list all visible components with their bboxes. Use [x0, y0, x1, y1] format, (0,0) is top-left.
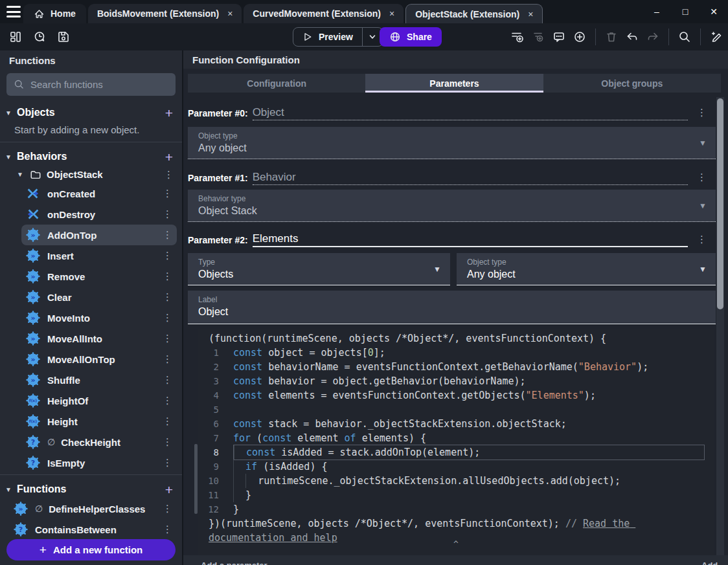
- parameter-menu-icon[interactable]: ⋮: [697, 234, 706, 245]
- item-menu-icon[interactable]: ⋮: [163, 312, 172, 324]
- function-item-AddOnTop[interactable]: »AddOnTop⋮: [21, 225, 177, 245]
- maximize-button[interactable]: □: [671, 6, 700, 17]
- item-menu-icon[interactable]: ⋮: [163, 188, 172, 199]
- code-line-10[interactable]: 10 runtimeScene._objectStackExtension.al…: [198, 474, 714, 488]
- preview-button[interactable]: Preview: [293, 28, 362, 46]
- parameter-0-name-input[interactable]: Object: [253, 106, 688, 120]
- item-menu-icon[interactable]: ⋮: [163, 524, 172, 535]
- search-functions-box[interactable]: [6, 73, 176, 96]
- panel-scrollbar-thumb[interactable]: [717, 98, 723, 309]
- code-editor[interactable]: (function(runtimeScene, objects /*Object…: [198, 329, 714, 555]
- tab-boidsmovement[interactable]: BoidsMovement (Extension) ×: [88, 4, 242, 23]
- function-item-DefineHelperClasses[interactable]: »∅DefineHelperClasses⋮: [9, 498, 177, 519]
- chevron-down-icon[interactable]: ▼: [5, 109, 16, 116]
- add-behavior-icon[interactable]: +: [165, 150, 173, 164]
- code-line-3[interactable]: 3const behavior = object.getBehavior(beh…: [198, 374, 714, 388]
- function-item-MoveInto[interactable]: »MoveInto⋮: [21, 307, 177, 328]
- function-item-Clear[interactable]: »Clear⋮: [21, 287, 177, 307]
- code-line-9[interactable]: 9 if (isAdded) {: [198, 460, 714, 474]
- function-item-CheckHeight[interactable]: ?∅CheckHeight⋮: [21, 432, 177, 452]
- item-menu-icon[interactable]: ⋮: [163, 415, 172, 427]
- parameter-2-label-input[interactable]: Label Object: [188, 291, 716, 324]
- behavior-group-objectstack[interactable]: ▼ ObjectStack ⋮: [0, 166, 182, 183]
- tab-parameters[interactable]: Parameters: [365, 74, 543, 93]
- function-item-Shuffle[interactable]: »Shuffle⋮: [21, 370, 177, 390]
- function-item-Remove[interactable]: »Remove⋮: [21, 266, 177, 287]
- add-comment-icon[interactable]: [550, 28, 568, 46]
- parameter-menu-icon[interactable]: ⋮: [697, 172, 706, 183]
- code-line-4[interactable]: 4const elements = eventsFunctionContext.…: [198, 388, 714, 403]
- project-manager-icon[interactable]: [6, 28, 25, 46]
- code-line-11[interactable]: 11 }: [198, 488, 714, 502]
- close-tab-icon[interactable]: ×: [387, 8, 394, 19]
- item-menu-icon[interactable]: ⋮: [163, 395, 172, 406]
- item-menu-icon[interactable]: ⋮: [163, 353, 172, 365]
- add-subevent-icon[interactable]: [529, 28, 547, 46]
- partial-add-parameter-text[interactable]: Add a parameter: [201, 560, 267, 565]
- code-line-1[interactable]: 1const object = objects[0];: [198, 346, 714, 360]
- code-line-7[interactable]: 7for (const element of elements) {: [198, 431, 714, 445]
- parameter-2-object-type-select[interactable]: Object type Any object ▼: [457, 253, 716, 285]
- parameter-1-behavior-type-select[interactable]: Behavior type Object Stack ▼: [188, 190, 716, 222]
- function-item-onCreated[interactable]: onCreated⋮: [21, 183, 177, 204]
- function-item-MoveAllInto[interactable]: »MoveAllInto⋮: [21, 328, 177, 349]
- add-function-icon[interactable]: +: [165, 483, 173, 496]
- close-tab-icon[interactable]: ×: [225, 8, 233, 19]
- item-menu-icon[interactable]: ⋮: [163, 229, 172, 241]
- item-menu-icon[interactable]: ⋮: [163, 436, 172, 448]
- code-line-2[interactable]: 2const behaviorName = eventsFunctionCont…: [198, 360, 714, 374]
- functions-section-header[interactable]: ▼ Functions +: [0, 480, 182, 498]
- tab-curvedmovement[interactable]: CurvedMovement (Extension) ×: [244, 4, 404, 23]
- main-menu-icon[interactable]: [6, 6, 21, 17]
- tab-configuration[interactable]: Configuration: [188, 74, 365, 93]
- function-item-HeightOf[interactable]: f(x)HeightOf⋮: [21, 390, 177, 411]
- partial-bottom-right-text[interactable]: Add: [701, 560, 718, 565]
- item-menu-icon[interactable]: ⋮: [163, 250, 172, 261]
- item-menu-icon[interactable]: ⋮: [163, 271, 172, 282]
- redo-icon[interactable]: [644, 28, 662, 46]
- code-line-12[interactable]: 12}: [198, 502, 714, 516]
- parameter-2-type-select[interactable]: Type Objects ▼: [188, 253, 450, 285]
- add-other-icon[interactable]: [571, 28, 589, 46]
- save-icon[interactable]: [54, 28, 73, 46]
- item-menu-icon[interactable]: ⋮: [163, 333, 172, 344]
- function-item-MoveAllOnTop[interactable]: »MoveAllOnTop⋮: [21, 349, 177, 370]
- chevron-down-icon[interactable]: ▼: [5, 153, 16, 161]
- delete-icon[interactable]: [602, 28, 620, 46]
- item-menu-icon[interactable]: ⋮: [164, 169, 173, 181]
- add-object-icon[interactable]: +: [165, 106, 173, 120]
- item-menu-icon[interactable]: ⋮: [163, 457, 172, 469]
- parameter-menu-icon[interactable]: ⋮: [697, 107, 706, 118]
- close-tab-icon[interactable]: ×: [525, 9, 533, 19]
- item-menu-icon[interactable]: ⋮: [163, 503, 172, 515]
- add-event-icon[interactable]: [508, 28, 527, 46]
- undo-icon[interactable]: [623, 28, 641, 46]
- close-button[interactable]: ✕: [700, 6, 728, 17]
- item-menu-icon[interactable]: ⋮: [163, 291, 172, 303]
- function-item-IsEmpty[interactable]: ?IsEmpty⋮: [21, 452, 177, 473]
- ai-pen-icon[interactable]: [707, 28, 725, 46]
- history-icon[interactable]: [30, 28, 49, 46]
- parameter-2-name-input[interactable]: Elements: [253, 232, 688, 247]
- code-line-8[interactable]: 8 const isAdded = stack.addOnTop(element…: [198, 445, 714, 460]
- editor-left-scroll-indicator[interactable]: [194, 444, 198, 514]
- minimize-button[interactable]: –: [643, 6, 671, 17]
- chevron-down-icon[interactable]: ▼: [5, 486, 16, 493]
- behaviors-section-header[interactable]: ▼ Behaviors +: [0, 148, 182, 166]
- code-line-6[interactable]: 6const stack = behavior._objectStackExte…: [198, 417, 714, 431]
- parameter-1-name-input[interactable]: Behavior: [253, 171, 688, 185]
- search-functions-input[interactable]: [30, 79, 168, 90]
- share-button[interactable]: Share: [380, 27, 442, 47]
- function-item-Insert[interactable]: »Insert⋮: [21, 245, 177, 266]
- function-item-onDestroy[interactable]: onDestroy⋮: [21, 204, 177, 225]
- tab-objectstack[interactable]: ObjectStack (Extension) ×: [405, 4, 543, 23]
- search-icon[interactable]: [676, 28, 694, 46]
- add-new-function-button[interactable]: + Add a new function: [6, 539, 176, 560]
- function-item-ContainsBetween[interactable]: ?ContainsBetween⋮: [9, 519, 177, 540]
- parameter-0-object-type-select[interactable]: Object type Any object ▼: [188, 127, 716, 159]
- objects-section-header[interactable]: ▼ Objects +: [0, 104, 182, 122]
- code-line-5[interactable]: 5: [198, 403, 714, 417]
- editor-resize-handle[interactable]: ^: [453, 537, 459, 551]
- tab-home[interactable]: Home: [23, 4, 86, 23]
- chevron-down-icon[interactable]: ▼: [17, 171, 25, 178]
